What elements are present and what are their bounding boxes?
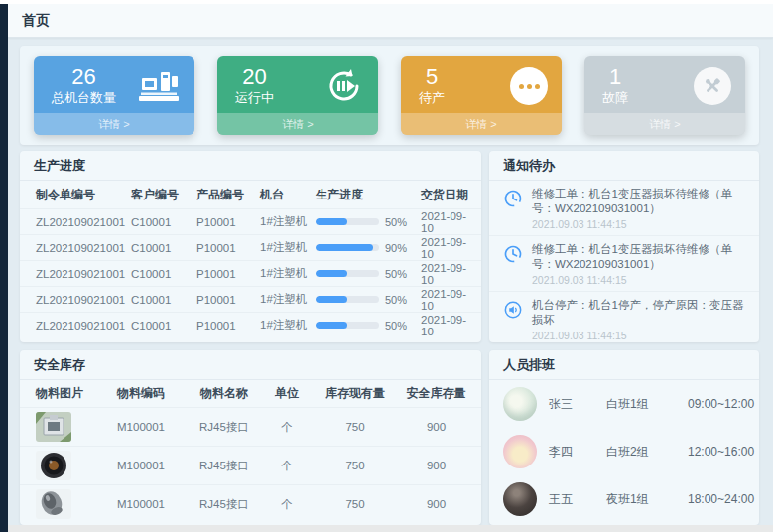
panel-title: 安全库存 [20,350,481,380]
table-header: 制令单编号 客户编号 产品编号 机台 生产进度 交货日期 [20,181,481,208]
notification-text: 机台停产：机台1停产，停产原因：变压器损坏 [532,298,749,328]
total-machines-label: 总机台数量 [52,89,116,107]
staff-name: 李四 [549,444,606,461]
staff-schedule-panel: 人员排班 张三 白班1组 09:00~12:00 李四 白班2组 12:00~1… [489,350,759,525]
fault-label: 故障 [602,89,628,107]
staff-shift: 白班2组 [606,444,688,461]
staff-row: 李四 白班2组 12:00~16:00 [489,428,759,475]
clock-icon [503,187,525,230]
fault-value: 1 [602,66,628,89]
table-row: M100001 RJ45接口 个 750 900 [20,484,481,523]
material-image-speaker-angle [36,489,71,519]
notifications-panel: 通知待办 维修工单：机台1变压器损坏待维修（单号：WX202109031001）… [489,151,759,342]
speaker-icon [503,298,525,341]
staff-name: 张三 [549,396,606,413]
material-image-speaker [36,451,71,480]
staff-time: 09:00~12:00 [688,397,754,411]
notification-item: 机台停产：机台1停产，停产原因：变压器损坏 2021.09.03 11:44:1… [489,292,759,342]
progress-bar: 90% [316,242,421,254]
notification-text: 维修工单：机台1变压器损坏待维修（单号：WX202109031001） [532,187,749,216]
avatar [503,482,537,516]
waiting-label: 待产 [419,89,445,107]
stat-card-total-machines[interactable]: 26 总机台数量 详情 > [34,56,194,135]
staff-shift: 白班1组 [606,396,688,413]
staff-name: 王五 [549,491,606,508]
notification-time: 2021.09.03 11:44:15 [532,330,749,341]
table-row: ZL202109021001 C10001 P10001 1#注塑机 50% 2… [20,208,481,234]
table-row: ZL202109021001 C10001 P10001 1#注塑机 50% 2… [20,260,481,286]
waiting-value: 5 [419,66,445,89]
progress-bar: 50% [316,268,421,280]
notification-item: 维修工单：机台1变压器损坏待维修（单号：WX202109031001） 2021… [489,181,759,236]
sidebar-collapsed-strip [0,4,8,532]
total-machines-value: 26 [52,66,116,89]
panel-title: 生产进度 [20,151,481,181]
staff-row: 张三 白班1组 09:00~12:00 [489,380,759,428]
notification-time: 2021.09.03 11:44:15 [532,274,749,286]
progress-bar: 50% [316,320,421,332]
safety-stock-panel: 安全库存 物料图片 物料编码 物料名称 单位 库存现有量 安全库存量 M1000… [20,350,481,525]
panel-title: 人员排班 [489,350,759,380]
stat-card-waiting[interactable]: 5 待产 详情 > [401,56,562,135]
table-row: M100001 RJ45接口 个 750 900 [20,446,481,484]
table-row: ZL202109021001 C10001 P10001 1#注塑机 50% 2… [20,312,481,337]
avatar [503,435,537,468]
stat-card-running[interactable]: 20 运行中 详情 > [217,56,378,135]
staff-row: 王五 夜班1组 18:00~24:00 [489,475,759,523]
table-header: 物料图片 物料编码 物料名称 单位 库存现有量 安全库存量 [20,380,481,407]
avatar [503,387,537,421]
table-row: ZL202109021001 C10001 P10001 1#注塑机 50% 2… [20,286,481,312]
notification-item: 维修工单：机台1变压器损坏待维修（单号：WX202109031001） 2021… [489,236,759,292]
tools-icon [694,67,731,105]
table-row: M100001 RJ45接口 个 750 900 [20,407,481,446]
detail-link[interactable]: 详情 > [34,113,194,135]
table-row: ZL202109021001 C10001 P10001 1#注塑机 90% 2… [20,234,481,260]
notification-time: 2021.09.03 11:44:15 [532,218,749,230]
progress-bar: 50% [316,216,421,228]
detail-link[interactable]: 详情 > [401,113,562,135]
running-value: 20 [235,66,274,89]
stats-panel: 26 总机台数量 详情 > 20 运行中 [20,46,759,145]
machine-icon [137,68,181,104]
stat-card-fault[interactable]: 1 故障 详情 > [584,56,745,135]
notification-text: 维修工单：机台1变压器损坏待维修（单号：WX202109031001） [532,242,749,272]
tab-home[interactable]: 首页 [8,4,64,37]
panel-title: 通知待办 [489,151,759,181]
running-icon [324,66,364,106]
ellipsis-icon [510,67,548,105]
staff-time: 18:00~24:00 [688,492,754,506]
production-progress-panel: 生产进度 制令单编号 客户编号 产品编号 机台 生产进度 交货日期 ZL2021… [20,151,481,342]
staff-shift: 夜班1组 [606,491,688,508]
detail-link[interactable]: 详情 > [217,113,378,135]
staff-time: 12:00~16:00 [688,445,754,459]
progress-bar: 50% [316,294,421,306]
clock-icon [503,242,525,286]
running-label: 运行中 [235,89,274,107]
horizontal-scrollbar[interactable] [8,525,773,532]
detail-link[interactable]: 详情 > [584,113,745,135]
tab-bar: 首页 [8,4,773,38]
material-image-rj45 [36,412,71,442]
